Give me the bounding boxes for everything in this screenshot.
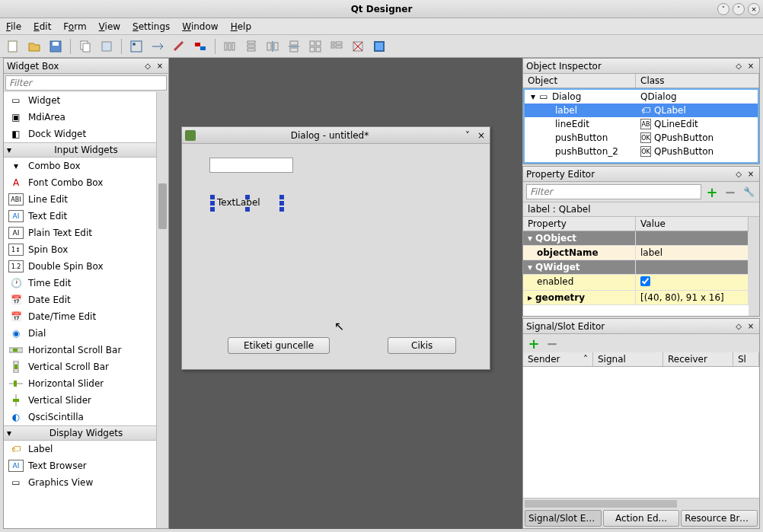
widget-item[interactable]: 🏷Label: [4, 441, 168, 457]
property-scrollbar[interactable]: [749, 217, 759, 316]
widget-item[interactable]: ▭Widget: [4, 92, 168, 109]
layout-form-icon[interactable]: [328, 38, 345, 55]
resize-handle-icon[interactable]: [279, 195, 284, 199]
widget-item[interactable]: AIText Browser: [4, 457, 168, 474]
edit-tab-order-icon[interactable]: [192, 38, 209, 55]
line-edit-widget[interactable]: [209, 158, 293, 173]
resize-handle-icon[interactable]: [245, 195, 250, 199]
widget-item[interactable]: Vertical Scroll Bar: [4, 358, 168, 375]
col-property[interactable]: Property: [523, 217, 636, 231]
object-tree[interactable]: ▾▭Dialog QDialog label 🏷QLabel lineEdit …: [523, 88, 759, 164]
undock-icon[interactable]: ◇: [733, 61, 744, 72]
col-signal[interactable]: Signal: [593, 352, 663, 366]
layout-vertical-icon[interactable]: [243, 38, 260, 55]
property-filter-input[interactable]: [526, 184, 701, 199]
tree-row[interactable]: pushButton OKQPushButton: [525, 131, 758, 145]
col-slot[interactable]: Sl: [733, 352, 759, 366]
window-minimize-button[interactable]: ˅: [717, 3, 729, 15]
property-row[interactable]: objectNamelabel: [523, 246, 749, 260]
resize-handle-icon[interactable]: [279, 207, 284, 212]
break-layout-icon[interactable]: [350, 38, 366, 55]
copy-icon[interactable]: [77, 38, 94, 55]
close-icon[interactable]: ×: [745, 321, 756, 332]
col-object[interactable]: Object: [523, 74, 636, 88]
widget-item[interactable]: 📅Date Edit: [4, 291, 168, 308]
widget-item[interactable]: 1.2Double Spin Box: [4, 258, 168, 275]
property-group-qwidget[interactable]: ▾QWidget: [523, 260, 749, 275]
resize-handle-icon[interactable]: [210, 195, 215, 199]
enabled-checkbox[interactable]: [640, 276, 650, 286]
menu-settings[interactable]: Settings: [132, 21, 170, 32]
widget-box-filter-input[interactable]: [5, 75, 167, 91]
undock-icon[interactable]: ◇: [733, 169, 744, 180]
widget-item[interactable]: ◐QsciScintilla: [4, 409, 168, 425]
resize-handle-icon[interactable]: [245, 207, 250, 212]
label-widget-selected[interactable]: TextLabel: [212, 197, 282, 209]
widget-item[interactable]: Horizontal Slider: [4, 375, 168, 392]
remove-signal-icon[interactable]: −: [544, 336, 560, 351]
resize-handle-icon[interactable]: [210, 201, 215, 205]
widget-item[interactable]: 1↕Spin Box: [4, 241, 168, 258]
widget-item[interactable]: AIText Edit: [4, 208, 168, 225]
chevron-right-icon[interactable]: ▸: [528, 292, 535, 303]
add-property-icon[interactable]: +: [704, 184, 720, 199]
property-row[interactable]: enabled: [523, 275, 749, 291]
widget-item[interactable]: ▭Graphics View: [4, 474, 168, 491]
chevron-down-icon[interactable]: ▾: [531, 91, 535, 102]
col-class[interactable]: Class: [636, 74, 759, 88]
edit-buddies-icon[interactable]: [171, 38, 187, 55]
property-row[interactable]: ▸geometry[(40, 80), 91 x 16]: [523, 291, 749, 305]
category-display-widgets[interactable]: ▾Display Widgets: [4, 425, 168, 441]
open-file-icon[interactable]: [26, 38, 43, 55]
menu-file[interactable]: File: [6, 21, 21, 32]
dialog-close-icon[interactable]: ×: [476, 130, 487, 141]
tree-row[interactable]: ▾▭Dialog QDialog: [525, 90, 758, 104]
resize-handle-icon[interactable]: [279, 201, 284, 205]
tab-signal-slot[interactable]: Signal/Slot Edi...: [525, 510, 602, 527]
widget-item[interactable]: ◧Dock Widget: [4, 126, 168, 142]
window-maximize-button[interactable]: ˄: [733, 3, 745, 15]
close-icon[interactable]: ×: [745, 61, 756, 72]
menu-edit[interactable]: Edit: [34, 21, 51, 32]
undock-icon[interactable]: ◇: [733, 321, 744, 332]
layout-horizontal-splitter-icon[interactable]: [264, 38, 281, 55]
paste-icon[interactable]: [98, 38, 115, 55]
dialog-body[interactable]: TextLabel Etiketi guncelle Cikis ↖: [182, 144, 490, 369]
menu-view[interactable]: View: [99, 21, 120, 32]
menu-window[interactable]: Window: [182, 21, 218, 32]
remove-property-icon[interactable]: −: [723, 184, 738, 199]
layout-vertical-splitter-icon[interactable]: [286, 38, 302, 55]
chevron-down-icon[interactable]: ▾: [528, 233, 535, 244]
col-receiver[interactable]: Receiver: [663, 352, 733, 366]
menu-form[interactable]: Form: [63, 21, 86, 32]
close-icon[interactable]: ×: [155, 61, 165, 72]
dialog-shade-icon[interactable]: ˅: [462, 130, 473, 141]
edit-widgets-icon[interactable]: [128, 38, 145, 55]
widget-list[interactable]: ▭Widget ▣MdiArea ◧Dock Widget ▾Input Wid…: [4, 92, 168, 528]
widget-item[interactable]: AFont Combo Box: [4, 174, 168, 191]
save-file-icon[interactable]: [47, 38, 64, 55]
window-close-button[interactable]: ×: [748, 3, 760, 15]
tree-row[interactable]: label 🏷QLabel: [525, 104, 758, 117]
tree-row[interactable]: lineEdit ABQLineEdit: [525, 117, 758, 131]
push-button-cikis[interactable]: Cikis: [388, 337, 456, 354]
configure-icon[interactable]: 🔧: [741, 184, 756, 199]
signal-hscrollbar[interactable]: [523, 498, 759, 508]
menu-help[interactable]: Help: [231, 21, 251, 32]
col-value[interactable]: Value: [636, 217, 749, 231]
undock-icon[interactable]: ◇: [142, 61, 153, 72]
property-table[interactable]: Property Value ▾QObject objectNamelabel …: [523, 217, 759, 316]
tree-row[interactable]: pushButton_2 OKQPushButton: [525, 145, 758, 158]
widget-item[interactable]: 📅Date/Time Edit: [4, 308, 168, 325]
design-canvas[interactable]: Dialog - untitled* ˅ × TextLabel Etik: [169, 58, 522, 529]
widget-item[interactable]: 🕐Time Edit: [4, 275, 168, 291]
layout-horizontal-icon[interactable]: [222, 38, 238, 55]
close-icon[interactable]: ×: [745, 169, 756, 180]
widget-item[interactable]: Horizontal Scroll Bar: [4, 342, 168, 358]
property-group-qobject[interactable]: ▾QObject: [523, 231, 749, 246]
signal-table[interactable]: Sender ˄ Signal Receiver Sl: [523, 352, 759, 508]
widget-item[interactable]: Vertical Slider: [4, 392, 168, 409]
widget-item[interactable]: ◉Dial: [4, 325, 168, 342]
edit-signals-icon[interactable]: [149, 38, 166, 55]
resize-handle-icon[interactable]: [210, 207, 215, 212]
